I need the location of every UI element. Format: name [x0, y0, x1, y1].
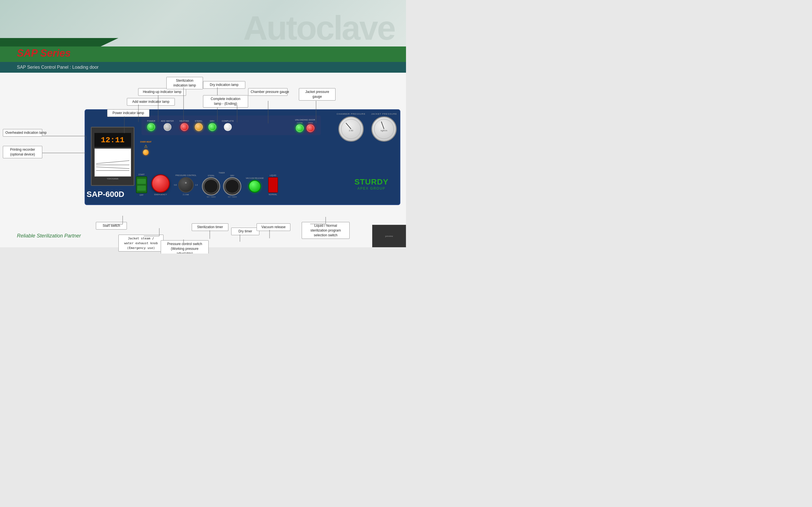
connector-chamber: [268, 101, 268, 123]
start-switch-container: START OFF: [136, 173, 147, 196]
jacket-label: JACKET PRESSURE: [371, 113, 397, 115]
annotation-vacuum-text: Vacuum release: [261, 225, 286, 229]
steril-timer-sub: SET TIMER: [207, 196, 216, 198]
power-lamp: [147, 123, 155, 131]
connector-steril: [183, 87, 184, 122]
connector-steril-timer: [209, 230, 210, 239]
emergency-button[interactable]: [151, 174, 170, 193]
dry-timer-container: DRY SET TIMER: [223, 175, 241, 198]
model-label: SAP-600D: [87, 190, 124, 199]
heating-lamp-label: HEATING: [180, 120, 189, 122]
dry-lamp-label: DRY: [210, 120, 214, 122]
svg-text:kgf/cm: kgf/cm: [380, 129, 388, 132]
annotation-add-water: Add water indicator lamp: [127, 98, 175, 106]
thumbnail-preview: preview: [372, 225, 406, 247]
liquid-label: LIQUID: [269, 174, 276, 176]
printing-recorder: 12:11 YOKOGAWA: [91, 127, 135, 186]
add-water-lamp: [163, 123, 171, 131]
bottom-controls: START OFF EMERGENCY PRESSURE CONTROL 0.8: [136, 168, 397, 202]
emergency-container: EMERGENCY: [151, 174, 170, 195]
knob-indicator: [185, 182, 187, 184]
jacket-pressure-gauge-container: JACKET PRESSURE kgf/cm: [371, 113, 397, 142]
emergency-label: EMERGENCY: [154, 193, 167, 195]
reliable-text: Reliable Sterilization Partner: [17, 233, 81, 239]
steril-timer-container: STERIL SET TIMER: [202, 175, 220, 198]
series-title: SAP Series: [17, 47, 71, 59]
annotation-recorder-text: Printing recorder(optional device): [10, 148, 35, 156]
pressure-knob[interactable]: [178, 177, 194, 193]
steril-timer-inner: [204, 179, 218, 193]
thumbnail-placeholder: preview: [385, 235, 393, 237]
normal-label: NORMAL: [269, 193, 277, 195]
vacuum-release-label: VACUUM RELEASE: [246, 177, 264, 179]
dry-timer[interactable]: [223, 177, 241, 195]
annotation-steril-timer-text: Sterilization timer: [197, 225, 223, 229]
liquid-normal-switch[interactable]: [268, 177, 278, 193]
power-lamp-group: POWER: [147, 120, 155, 131]
annotation-overheated-text: Overheated indication lamp: [5, 131, 47, 135]
heating-lamp-group: HEATING: [180, 120, 189, 131]
connector-complete: [237, 105, 238, 122]
start-off-label: OFF: [140, 194, 144, 196]
annotation-heating-text: Heating-up indicator lamp: [143, 90, 182, 94]
power-lamp-label: POWER: [147, 120, 155, 122]
dry-lamp-group: DRY: [208, 120, 216, 131]
annotation-dry-text: Dry indication lamp: [210, 83, 239, 87]
annotation-power: Power indicator lamp: [107, 109, 149, 117]
connector-add-water: [138, 105, 139, 122]
annotation-recorder: Printing recorder(optional device): [3, 146, 42, 158]
chamber-pressure-gauge-container: CHAMBER PRESSURE 2.50: [337, 113, 365, 142]
green-bar: SAP Series: [0, 47, 406, 62]
start-switch[interactable]: [136, 176, 147, 193]
brand-sub: APEX GROUP: [354, 186, 389, 190]
lamps-row: POWER ADD WATER HEATING STERIL DRY: [142, 115, 321, 135]
pressure-label: PRESSURE CONTROL: [175, 174, 197, 176]
control-panel: 12:11 YOKOGAWA SAP-600D POWER ADD WATER: [85, 109, 400, 205]
annotation-power-text: Power indicator lamp: [112, 111, 144, 115]
main-content: 12:11 YOKOGAWA SAP-600D POWER ADD WATER: [0, 73, 406, 247]
dry-timer-label: DRY: [231, 175, 235, 177]
annotation-chamber-text: Chamber pressure gauge: [251, 90, 289, 94]
annotation-add-water-text: Add water indicator lamp: [132, 100, 169, 104]
complete-lamp: [224, 123, 232, 131]
warning-icon: ⚠: [144, 144, 148, 149]
annotation-overheated: Overheated indication lamp: [3, 129, 42, 136]
unloading-door-group: UNLOADING DOOR CLOSE OPEN: [295, 119, 315, 132]
vacuum-release-container: VACUUM RELEASE: [246, 177, 264, 193]
pressure-value-min: 0.8: [174, 184, 177, 186]
recorder-display: 12:11: [94, 133, 131, 147]
connector-jacket-steam: [144, 234, 161, 238]
connector-dry-timer: [240, 235, 240, 242]
steril-timer-label: STERIL: [208, 175, 215, 177]
switch-bar-lower: [137, 186, 146, 191]
connector-power: [124, 116, 124, 133]
annotation-heating: Heating-up indicator lamp: [138, 88, 186, 96]
steril-lamp-label: STERIL: [195, 120, 203, 122]
annotation-steril-timer: Sterilization timer: [192, 223, 229, 231]
dry-lamp: [208, 123, 216, 131]
dark-accent-bar: [0, 38, 118, 47]
pressure-value-max: 1.0: [195, 184, 198, 186]
recorder-paper: [94, 149, 131, 177]
brand-logo: STURDY APEX GROUP: [354, 177, 389, 190]
annotation-jacket-text: Jacket pressuregauge: [305, 90, 329, 99]
connector-recorder: [42, 150, 87, 156]
door-open-group: OPEN: [306, 122, 314, 132]
sterilization-timer[interactable]: [202, 177, 220, 195]
annotation-chamber: Chamber pressure gauge: [248, 88, 288, 96]
steril-lamp: [195, 123, 203, 131]
annotation-pressure-control-text: Pressure control switch(Working pressure…: [167, 242, 202, 253]
autoclave-watermark: Autoclave: [243, 8, 395, 47]
door-close-label: CLOSE: [297, 122, 303, 124]
heating-lamp: [181, 123, 188, 131]
dry-timer-inner: [225, 179, 239, 193]
header-section: Autoclave SAP Series: [0, 0, 406, 62]
overheat-lamp: [143, 150, 149, 155]
switch-bar-upper: [137, 179, 146, 184]
start-label: START: [139, 173, 145, 175]
connector-heating: [158, 95, 158, 122]
overheat-label: OVER HEAT: [140, 141, 151, 143]
annotation-jacket: Jacket pressuregauge: [299, 88, 336, 101]
vacuum-release-button[interactable]: [248, 180, 261, 193]
add-water-lamp-group: ADD WATER: [161, 120, 174, 131]
